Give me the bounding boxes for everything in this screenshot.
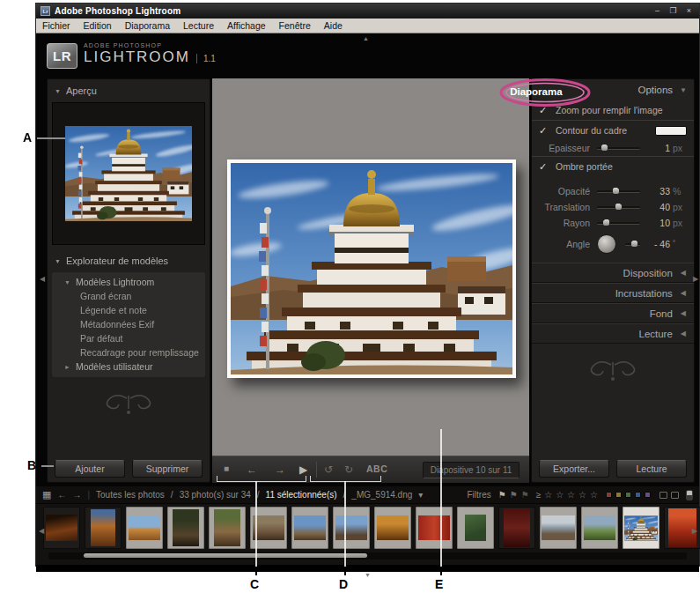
menu-diaporama[interactable]: Diaporama — [125, 20, 170, 31]
color-label-purple[interactable] — [645, 492, 651, 498]
checkbox-checked-icon[interactable]: ✓ — [539, 125, 549, 137]
thumbnail[interactable] — [333, 507, 370, 549]
offset-slider[interactable] — [597, 206, 640, 209]
menu-fichier[interactable]: Fichier — [42, 20, 70, 31]
border-color-swatch[interactable] — [655, 126, 687, 136]
next-slide-button[interactable]: → — [275, 463, 285, 476]
star-icon[interactable]: ☆ — [544, 490, 552, 500]
preview-panel-header[interactable]: ▼ Aperçu — [48, 79, 210, 100]
opacity-value[interactable]: 33 — [647, 186, 670, 196]
menu-edition[interactable]: Edition — [84, 20, 112, 31]
slide-preview[interactable] — [227, 159, 516, 378]
filters-toggle-switch[interactable] — [686, 490, 693, 500]
thumbnail[interactable] — [416, 507, 453, 549]
collapse-filmstrip-bar[interactable]: ▼ — [36, 565, 699, 572]
maximize-button[interactable]: ❐ — [667, 6, 679, 16]
collapse-right-panel-arrow-icon[interactable]: ▶ — [693, 275, 698, 283]
collapse-top-panel-arrow-icon[interactable]: ▲ — [363, 35, 369, 41]
thumbnail[interactable] — [209, 507, 246, 549]
play-button[interactable]: ▶ — [299, 463, 307, 476]
slider-thumb[interactable] — [602, 219, 610, 226]
offset-value[interactable]: 40 — [647, 202, 670, 212]
cast-shadow-option[interactable]: ✓ Ombre portée — [532, 157, 694, 176]
thumbnail[interactable] — [581, 507, 618, 549]
dropdown-arrow-icon[interactable]: ▾ — [418, 490, 423, 500]
radius-value[interactable]: 10 — [647, 218, 670, 228]
menu-aide[interactable]: Aide — [324, 20, 343, 31]
slider-thumb[interactable] — [630, 240, 638, 248]
angle-slider[interactable] — [625, 243, 640, 246]
menu-lecture[interactable]: Lecture — [183, 20, 214, 31]
template-par-defaut[interactable]: Par défaut — [52, 331, 205, 345]
thumbnail[interactable] — [126, 507, 163, 549]
radius-slider[interactable] — [597, 222, 640, 225]
angle-knob[interactable] — [597, 234, 616, 254]
color-label-green[interactable] — [625, 492, 631, 498]
template-legende-et-note[interactable]: Légende et note — [52, 303, 205, 317]
thumbnail[interactable] — [291, 507, 328, 549]
angle-value[interactable]: - 46 — [647, 239, 670, 249]
flag-pick-icon[interactable]: ⚑ — [498, 490, 506, 500]
filter-preset-icon[interactable] — [671, 492, 679, 499]
add-text-abc-button[interactable]: ABC — [366, 463, 387, 474]
star-icon[interactable]: ☆ — [578, 490, 586, 500]
filmstrip-scroll-right-icon[interactable]: ▶ — [692, 527, 697, 535]
color-label-blue[interactable] — [635, 492, 641, 498]
section-disposition[interactable]: Disposition ◀ — [532, 263, 694, 283]
slider-thumb[interactable] — [612, 187, 620, 195]
grid-view-icon[interactable]: ▦ — [42, 489, 51, 500]
opacity-slider[interactable] — [597, 190, 640, 193]
module-diaporama[interactable]: Diaporama — [510, 86, 562, 97]
remove-template-button[interactable]: Supprimer — [132, 460, 203, 478]
thumbnail[interactable] — [498, 507, 535, 549]
color-label-red[interactable] — [606, 492, 612, 498]
color-label-yellow[interactable] — [615, 492, 622, 498]
stop-button[interactable]: ■ — [224, 463, 229, 473]
thumbnail[interactable] — [374, 507, 411, 549]
thumbnail[interactable] — [85, 507, 122, 549]
forward-arrow-icon[interactable]: → — [72, 490, 81, 500]
rating-gte-icon[interactable]: ≥ — [536, 490, 542, 500]
section-lecture[interactable]: Lecture ◀ — [532, 323, 694, 344]
play-slideshow-button[interactable]: Lecture — [616, 460, 687, 478]
collapse-left-panel-arrow-icon[interactable]: ◀ — [40, 275, 45, 283]
template-browser-header[interactable]: ▼ Explorateur de modèles — [48, 245, 210, 271]
flag-reject-icon[interactable]: ⚑ — [521, 490, 529, 500]
thumbnail[interactable] — [167, 507, 204, 549]
scrollbar-thumb[interactable] — [84, 553, 367, 558]
filmstrip-scroll-left-icon[interactable]: ◀ — [39, 527, 44, 535]
checkbox-checked-icon[interactable]: ✓ — [539, 161, 549, 173]
thumbnail[interactable] — [43, 507, 80, 549]
flag-unflagged-icon[interactable]: ⚑ — [510, 490, 518, 500]
current-filename[interactable]: _MG_5914.dng — [351, 490, 412, 500]
border-width-value[interactable]: 1 — [647, 143, 670, 153]
user-templates-group[interactable]: ► Modèles utilisateur — [52, 360, 205, 374]
thumbnail[interactable] — [457, 507, 494, 549]
star-icon[interactable]: ☆ — [590, 490, 598, 500]
rotate-right-button[interactable]: ↻ — [344, 463, 353, 476]
template-recadrage[interactable]: Recadrage pour remplissage — [52, 345, 205, 360]
close-button[interactable]: × — [683, 6, 695, 16]
menu-fenetre[interactable]: Fenêtre — [279, 20, 311, 31]
lightroom-templates-group[interactable]: ▼ Modèles Lightroom — [52, 275, 205, 289]
thumbnail-active[interactable] — [623, 507, 659, 549]
slider-thumb[interactable] — [615, 203, 623, 211]
border-width-slider[interactable] — [597, 147, 640, 150]
source-label[interactable]: Toutes les photos — [96, 490, 165, 500]
star-icon[interactable]: ☆ — [567, 490, 575, 500]
filter-preset-icon[interactable] — [659, 492, 667, 499]
star-icon[interactable]: ☆ — [556, 490, 564, 500]
template-grand-ecran[interactable]: Grand écran — [52, 289, 205, 303]
previous-slide-button[interactable]: ← — [247, 463, 257, 476]
filmstrip-scrollbar[interactable] — [48, 552, 687, 560]
add-template-button[interactable]: Ajouter — [55, 460, 125, 478]
minimize-button[interactable]: – — [652, 6, 663, 16]
section-incrustations[interactable]: Incrustations ◀ — [532, 283, 694, 303]
slider-thumb[interactable] — [601, 144, 608, 152]
rotate-left-button[interactable]: ↺ — [324, 463, 333, 476]
stroke-border-option[interactable]: ✓ Contour du cadre — [532, 121, 694, 140]
section-fond[interactable]: Fond ◀ — [532, 303, 694, 323]
template-metadonnees-exif[interactable]: Métadonnées Exif — [52, 317, 205, 331]
export-button[interactable]: Exporter... — [539, 460, 609, 478]
back-arrow-icon[interactable]: ← — [57, 490, 66, 500]
